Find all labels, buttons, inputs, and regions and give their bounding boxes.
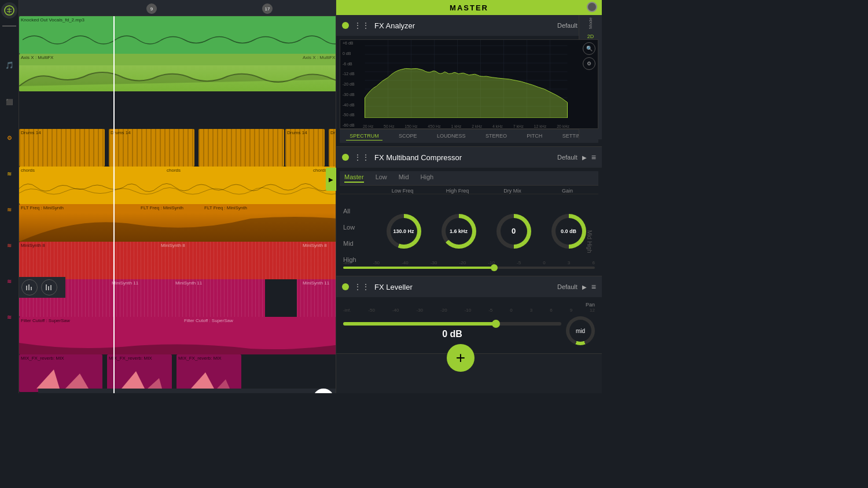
x-label-20khz: 20 kHz [557, 124, 569, 128]
mixer-icon-btn[interactable] [21, 279, 38, 295]
add-button[interactable]: + [447, 344, 475, 372]
tab-pitch[interactable]: PITCH [523, 132, 546, 141]
rec-button[interactable] [273, 393, 278, 394]
fx-analyzer-sliders-icon: ⋮⋮ [354, 21, 370, 30]
track-icon-filter: ≋ [7, 314, 12, 320]
lev-n10: -10 [465, 308, 472, 313]
mb-slider-track[interactable] [343, 267, 595, 269]
sl-ninf: -inf. [343, 260, 351, 265]
mb-col-gain: Gain [540, 188, 595, 194]
y-label-60db: -60 dB [343, 123, 355, 127]
fx-multiband-arrow[interactable]: ▶ [582, 154, 587, 161]
fx-multiband-title: FX Multiband Compressor [374, 153, 553, 162]
mix-label3: MIX_FX_reverb: MIX [178, 356, 222, 361]
fx-analyzer-body: +6 dB 0 dB -6 dB -12 dB -20 dB -30 dB -4… [336, 36, 602, 146]
knob-low-freq[interactable]: 130.0 Hz [387, 214, 421, 249]
fx-multiband-body: Master Low Mid High Low Freq High Freq D… [336, 168, 602, 276]
leveller-slider-numbers: -inf. -50 -40 -30 -20 -10 -5 0 3 6 9 12 [340, 308, 598, 314]
mb-slider-area: -inf. -50 -40 -30 -20 -10 -5 0 3 6 [340, 259, 598, 272]
y-label-50db: -50 dB [343, 113, 355, 117]
chords-label2: chords [167, 168, 181, 173]
tab-stereo[interactable]: STEREO [482, 132, 510, 141]
equalizer-icon-btn[interactable] [41, 279, 57, 295]
fx-leveller-menu[interactable]: ≡ [591, 282, 596, 291]
sl-n30: -30 [431, 260, 437, 265]
mini11-label4: MiniSynth 11 [303, 280, 329, 286]
mb-tab-high[interactable]: High [421, 173, 434, 183]
track-axisx-label2: Axis X : MultiFX [303, 55, 335, 60]
y-label-30db: -30 dB [343, 93, 355, 97]
panel-toggle[interactable] [326, 168, 336, 191]
play-button[interactable] [313, 389, 334, 393]
fx-leveller-enable[interactable] [342, 283, 349, 290]
mix-waveform2 [113, 367, 165, 390]
mb-knobs-grid: All Low Mid High 130.0 Hz [340, 194, 598, 268]
leveller-slider-handle[interactable] [492, 320, 500, 328]
flt-label1: FLT Freq : MiniSynth [21, 205, 64, 210]
knob-dry-mix[interactable]: 0 [496, 214, 531, 249]
tab-loudness[interactable]: LOUDNESS [433, 132, 469, 141]
playhead [113, 16, 115, 393]
left-sidebar: 🎵 ⬛ ⚙ ≋ ≋ ≋ ≋ ≋ [0, 0, 19, 393]
rev-button[interactable]: ⏮ [293, 391, 301, 394]
mix-label1: MIX_FX_reverb: MIX [21, 356, 64, 361]
mb-col-labels: Low Freq High Freq Dry Mix Gain [340, 186, 598, 194]
sl-n40: -40 [402, 260, 409, 265]
equalizer-icon [45, 283, 53, 291]
pan-knob-value: mid [576, 328, 585, 334]
fx-leveller-header: ⋮⋮ FX Leveller Default ▶ ≡ [336, 276, 602, 297]
lev-ninf: -inf. [343, 308, 351, 313]
leveller-controls-row: 0 dB mid [340, 314, 598, 350]
knob-high-freq-value: 1.6 kHz [450, 228, 468, 234]
spectrum-search-btn[interactable]: 🔍 [583, 42, 595, 55]
tab-scope[interactable]: SCOPE [395, 132, 421, 141]
track-icon-mini11: ≋ [7, 278, 12, 284]
sl-6: 6 [592, 260, 594, 265]
knob-gain[interactable]: 0.0 dB [551, 214, 586, 249]
y-label-12db: -12 dB [343, 72, 355, 76]
app-logo[interactable] [1, 2, 17, 19]
x-label-20hz: 20 Hz [363, 124, 373, 128]
spectrum-gear-btn[interactable]: ⚙ [583, 57, 595, 70]
mb-col-empty [343, 188, 375, 194]
fx-multiband-header: ⋮⋮ FX Multiband Compressor Default ▶ ≡ [336, 147, 602, 168]
fx-multiband-enable[interactable] [342, 154, 349, 161]
sl-n20: -20 [459, 260, 466, 265]
track-icon-mini8: ≋ [7, 242, 12, 249]
x-label-12khz: 12 kHz [534, 124, 547, 128]
pan-header-label: Pan [586, 302, 595, 308]
flt-label3: FLT Freq : MiniSynth [204, 205, 247, 210]
lev-n40: -40 [392, 308, 399, 313]
fx-leveller-sliders-icon: ⋮⋮ [354, 282, 370, 291]
spectrum-y-labels: +6 dB 0 dB -6 dB -12 dB -20 dB -30 dB -4… [340, 40, 358, 128]
mode-label: Mode [588, 17, 593, 29]
fx-multiband-menu[interactable]: ≡ [591, 153, 596, 162]
track-vocals-label1: Knocked Out Vocals_fd_2.mp3 [21, 17, 84, 23]
track-icon-midi: ⬛ [6, 99, 13, 105]
lev-12: 12 [590, 308, 595, 313]
svg-rect-25 [31, 287, 32, 290]
leveller-db-value: 0 dB [343, 329, 561, 339]
tab-spectrum[interactable]: SPECTRUM [346, 132, 382, 141]
y-label-40db: -40 dB [343, 103, 355, 107]
fx-leveller-arrow[interactable]: ▶ [582, 284, 587, 290]
mix-waveform3 [182, 367, 234, 390]
pan-knob[interactable]: mid [566, 316, 595, 345]
leveller-slider-track[interactable] [343, 322, 561, 326]
track-axisx-label: Axis X : MultiFX [21, 55, 53, 60]
knob-gain-value: 0.0 dB [561, 228, 576, 234]
mb-tab-master[interactable]: Master [344, 173, 364, 183]
master-close-btn[interactable] [587, 2, 597, 12]
mb-tab-low[interactable]: Low [376, 173, 387, 183]
leveller-slider-area: 0 dB [343, 322, 561, 339]
x-label-1khz: 1 kHz [451, 124, 461, 128]
mb-tab-mid[interactable]: Mid [399, 173, 409, 183]
mode-2d-btn[interactable]: 2D [587, 34, 594, 39]
sl-0: 0 [543, 260, 545, 265]
knob-low-freq-container: 130.0 Hz [377, 214, 430, 249]
knob-high-freq[interactable]: 1.6 kHz [442, 214, 476, 249]
mb-slider-handle[interactable] [491, 264, 498, 271]
fx-analyzer-enable[interactable] [342, 22, 349, 29]
timeline-marker-9: 9 [146, 3, 157, 14]
mb-slider-numbers: -inf. -50 -40 -30 -20 -10 -5 0 3 6 [343, 260, 595, 267]
